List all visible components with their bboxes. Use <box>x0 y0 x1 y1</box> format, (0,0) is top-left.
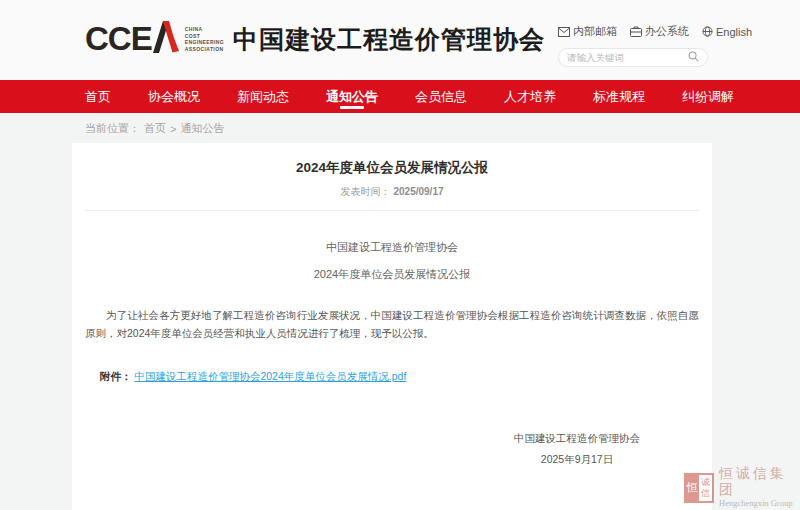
quick-links: 内部邮箱 办公系统 English <box>558 24 708 39</box>
nav-item-dispute[interactable]: 纠纷调解 <box>682 80 734 113</box>
site-title: 中国建设工程造价管理协会 <box>233 21 545 57</box>
attachment-row: 附件： 中国建设工程造价管理协会2024年度单位会员发展情况.pdf <box>100 370 699 382</box>
ccea-logo-subtext: CHINA COST ENGINEERING ASSOCIATION <box>185 26 224 52</box>
globe-icon <box>702 26 713 37</box>
signature-block: 中国建设工程造价管理协会 2025年9月17日 <box>514 432 640 465</box>
signature-org: 中国建设工程造价管理协会 <box>514 432 640 444</box>
quick-link-label: 办公系统 <box>645 24 689 39</box>
nav-item-about[interactable]: 协会概况 <box>148 80 200 113</box>
nav-item-notices[interactable]: 通知公告 <box>326 80 378 113</box>
search-button[interactable] <box>688 50 699 65</box>
page-header: CCE CHINA COST ENGINEERING ASSOCIATION 中… <box>0 0 800 80</box>
search-input[interactable] <box>567 52 688 63</box>
ccea-logo-text: CCE <box>85 21 152 57</box>
breadcrumb-prefix: 当前位置： <box>85 121 140 136</box>
office-system-link[interactable]: 办公系统 <box>630 24 689 39</box>
search-box <box>558 48 708 67</box>
main-nav: 首页 协会概况 新闻动态 通知公告 会员信息 人才培养 标准规程 纠纷调解 <box>0 80 800 113</box>
article-card: 2024年度单位会员发展情况公报 发表时间：2025/09/17 中国建设工程造… <box>72 143 712 510</box>
nav-item-home[interactable]: 首页 <box>85 80 111 113</box>
site-logo[interactable]: CCE CHINA COST ENGINEERING ASSOCIATION 中… <box>85 21 545 57</box>
attachment-pdf-link[interactable]: 中国建设工程造价管理协会2024年度单位会员发展情况.pdf <box>134 370 406 382</box>
hengchengxin-watermark: 恒 诚 信 恒诚信集团 Hengchengxin Group <box>684 466 800 509</box>
search-icon <box>688 50 699 65</box>
doc-heading-title: 2024年度单位会员发展情况公报 <box>85 268 699 280</box>
article-title: 2024年度单位会员发展情况公报 <box>85 160 699 175</box>
quick-link-label: 内部邮箱 <box>573 24 617 39</box>
breadcrumb-current[interactable]: 通知公告 <box>180 121 224 136</box>
briefcase-icon <box>630 26 642 37</box>
nav-item-news[interactable]: 新闻动态 <box>237 80 289 113</box>
title-divider <box>85 210 699 211</box>
nav-item-members[interactable]: 会员信息 <box>415 80 467 113</box>
mail-icon <box>558 27 570 37</box>
signature-date: 2025年9月17日 <box>514 453 640 465</box>
watermark-text: 恒诚信集团 Hengchengxin Group <box>719 466 800 509</box>
publish-date: 2025/09/17 <box>393 186 443 197</box>
publish-label: 发表时间： <box>340 186 390 197</box>
attachment-label: 附件： <box>100 370 132 382</box>
doc-heading-org: 中国建设工程造价管理协会 <box>85 241 699 253</box>
header-utilities: 内部邮箱 办公系统 English <box>558 24 708 67</box>
ccea-logo: CCE <box>85 21 179 57</box>
nav-item-standards[interactable]: 标准规程 <box>593 80 645 113</box>
publish-line: 发表时间：2025/09/17 <box>85 187 699 197</box>
english-link[interactable]: English <box>702 26 752 38</box>
quick-link-label: English <box>716 26 752 38</box>
ccea-logo-a-glyph <box>151 21 179 57</box>
breadcrumb-home[interactable]: 首页 <box>144 121 166 136</box>
breadcrumb: 当前位置： 首页 > 通知公告 <box>85 121 224 136</box>
internal-mail-link[interactable]: 内部邮箱 <box>558 24 617 39</box>
hengchengxin-seal-icon: 恒 诚 信 <box>684 473 714 503</box>
nav-item-training[interactable]: 人才培养 <box>504 80 556 113</box>
watermark-name-en: Hengchengxin Group <box>719 498 800 509</box>
article-paragraph: 为了让社会各方更好地了解工程造价咨询行业发展状况，中国建设工程造价管理协会根据工… <box>85 306 699 342</box>
breadcrumb-separator: > <box>170 123 176 135</box>
watermark-name: 恒诚信集团 <box>719 466 800 498</box>
